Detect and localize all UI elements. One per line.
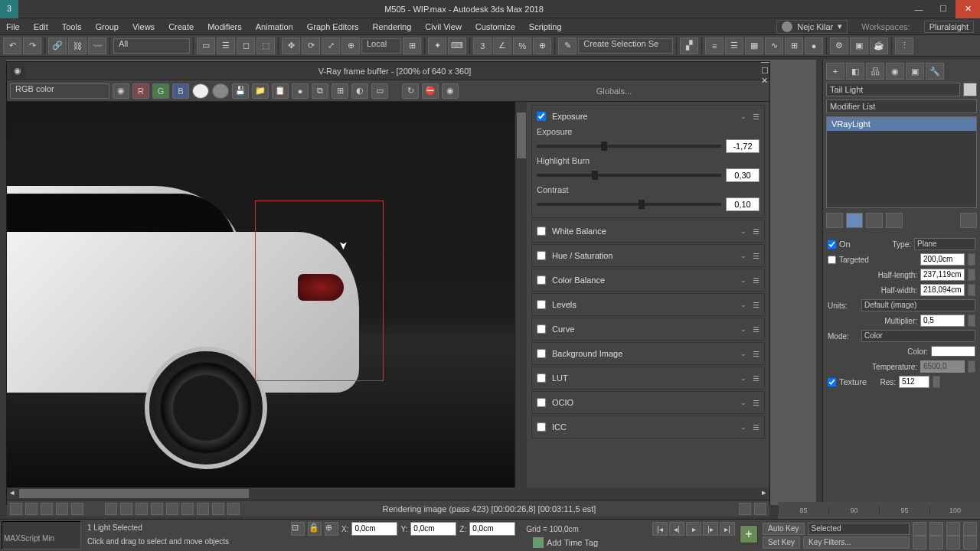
selection-lock-button[interactable]: ⊡ xyxy=(291,522,305,536)
highlight-burn-slider[interactable] xyxy=(537,174,721,177)
cc-lut-checkbox[interactable] xyxy=(537,373,546,383)
vfb-close-button[interactable]: ✕ xyxy=(761,76,769,86)
material-editor-button[interactable]: ● xyxy=(805,37,823,54)
cc-white-balance-checkbox[interactable] xyxy=(537,227,546,236)
vfb-status-icon[interactable] xyxy=(41,503,53,515)
menu-views[interactable]: Views xyxy=(132,22,155,31)
vfb-render-last-button[interactable]: ◉ xyxy=(442,83,459,99)
render-region-rectangle[interactable] xyxy=(255,201,384,381)
nav-icon[interactable] xyxy=(963,536,977,549)
menu-icon[interactable]: ☰ xyxy=(753,301,760,309)
pin-stack-button[interactable] xyxy=(826,213,843,228)
minimize-button[interactable]: — xyxy=(906,0,931,18)
curve-editor-button[interactable]: ∿ xyxy=(765,37,783,54)
collapse-icon[interactable]: ⌄ xyxy=(740,350,746,357)
x-coord-field[interactable]: 0,0cm xyxy=(351,522,397,536)
window-crossing-button[interactable]: ⬚ xyxy=(256,37,275,54)
cc-exposure-checkbox[interactable] xyxy=(537,112,546,121)
named-selection-sets[interactable]: Create Selection Se xyxy=(578,38,673,54)
bind-button[interactable]: 〰 xyxy=(88,37,106,54)
vfb-channel-select[interactable]: RGB color xyxy=(10,83,109,99)
half-width-value[interactable]: 218,094cm xyxy=(920,284,965,296)
menu-icon[interactable]: ☰ xyxy=(753,325,760,334)
isolate-selection-button[interactable]: + xyxy=(740,525,758,543)
collapse-icon[interactable]: ⌄ xyxy=(740,252,746,259)
scrollbar-thumb[interactable] xyxy=(19,489,249,498)
rectangular-selection-button[interactable]: ◻ xyxy=(237,37,255,54)
align-button[interactable]: ≡ xyxy=(705,37,724,54)
vfb-status-icon[interactable] xyxy=(151,503,163,515)
close-button[interactable]: ✕ xyxy=(956,0,980,18)
vfb-status-icon[interactable] xyxy=(25,503,38,515)
collapse-icon[interactable]: ⌄ xyxy=(740,399,746,406)
menu-edit[interactable]: Edit xyxy=(34,22,48,31)
set-key-button[interactable]: Set Key xyxy=(763,536,800,549)
vfb-status-icon[interactable] xyxy=(754,503,766,515)
vfb-vertical-scrollbar[interactable] xyxy=(514,102,527,487)
select-manipulate-button[interactable]: ✦ xyxy=(428,37,446,54)
collapse-icon[interactable]: ⌄ xyxy=(740,276,746,284)
spinner-icon[interactable] xyxy=(968,269,975,281)
vfb-status-icon[interactable] xyxy=(105,503,117,515)
vfb-clear-button[interactable]: ● xyxy=(292,83,309,99)
menu-tools[interactable]: Tools xyxy=(62,22,82,31)
res-value[interactable]: 512 xyxy=(899,376,929,388)
cc-levels-checkbox[interactable] xyxy=(537,300,546,309)
exposure-value[interactable]: -1,72 xyxy=(726,139,760,153)
angle-snap-button[interactable]: ∠ xyxy=(493,37,511,54)
vfb-load-button[interactable]: 📁 xyxy=(252,83,269,99)
units-dropdown[interactable]: Default (image) xyxy=(861,299,975,311)
vfb-status-icon[interactable] xyxy=(120,503,132,515)
spinner-icon[interactable] xyxy=(968,253,975,266)
nav-icon[interactable] xyxy=(963,522,977,536)
collapse-icon[interactable]: ⌄ xyxy=(740,374,746,382)
render-setup-button[interactable]: ⚙ xyxy=(830,37,848,54)
on-checkbox[interactable] xyxy=(828,240,836,249)
selection-filter[interactable]: All xyxy=(113,38,190,54)
vfb-region-button[interactable]: ⊞ xyxy=(332,83,348,99)
vfb-status-icon[interactable] xyxy=(227,503,240,515)
utilities-tab[interactable]: 🔧 xyxy=(926,63,944,80)
vfb-titlebar[interactable]: ◉ V-Ray frame buffer - [200% of 640 x 36… xyxy=(7,62,769,80)
cc-curve-checkbox[interactable] xyxy=(537,324,546,334)
spinner-icon[interactable] xyxy=(968,315,975,327)
vfb-alpha-button[interactable] xyxy=(212,83,229,99)
edit-named-selection-button[interactable]: ✎ xyxy=(558,37,577,54)
show-end-result-button[interactable] xyxy=(846,213,863,228)
cc-background-image-checkbox[interactable] xyxy=(537,349,546,358)
time-tag[interactable]: Add Time Tag xyxy=(533,536,598,549)
collapse-icon[interactable]: ⌄ xyxy=(740,325,746,333)
cc-hue-saturation-checkbox[interactable] xyxy=(537,251,546,260)
key-filters-button[interactable]: Key Filters... xyxy=(803,536,910,549)
use-pivot-center-button[interactable]: ⊞ xyxy=(403,37,421,54)
object-color-swatch[interactable] xyxy=(963,83,977,96)
menu-rendering[interactable]: Rendering xyxy=(373,22,412,31)
spinner-icon[interactable] xyxy=(968,284,975,296)
cc-icc-checkbox[interactable] xyxy=(537,422,546,432)
key-mode-select[interactable]: Selected xyxy=(808,523,910,535)
vfb-horizontal-scrollbar[interactable]: ◂ ▸ xyxy=(7,487,769,500)
collapse-icon[interactable]: ⌄ xyxy=(740,301,746,308)
scrollbar-thumb[interactable] xyxy=(517,112,526,158)
vfb-save-button[interactable]: 💾 xyxy=(232,83,249,99)
collapse-icon[interactable]: ⌄ xyxy=(740,227,746,235)
lock-icon[interactable]: 🔒 xyxy=(308,522,322,536)
vfb-red-channel-button[interactable]: R xyxy=(132,83,149,99)
menu-icon[interactable]: ☰ xyxy=(753,112,760,121)
type-dropdown[interactable]: Plane xyxy=(914,238,975,250)
workspace-select[interactable]: Pluralsight xyxy=(924,21,974,33)
placement-button[interactable]: ⊕ xyxy=(341,37,360,54)
maxscript-listener[interactable]: MAXScript Min xyxy=(2,521,81,549)
mirror-button[interactable]: ▞ xyxy=(680,37,698,54)
vfb-blue-channel-button[interactable]: B xyxy=(172,83,189,99)
menu-icon[interactable]: ☰ xyxy=(753,227,760,236)
vfb-track-mouse-button[interactable]: ◐ xyxy=(351,83,368,99)
menu-icon[interactable]: ☰ xyxy=(753,252,760,260)
vfb-clipboard-button[interactable]: 📋 xyxy=(272,83,289,99)
make-unique-button[interactable] xyxy=(866,213,883,228)
vfb-green-channel-button[interactable]: G xyxy=(152,83,169,99)
keyboard-shortcut-button[interactable]: ⌨ xyxy=(448,37,466,54)
rotate-button[interactable]: ⟳ xyxy=(302,37,320,54)
vfb-status-icon[interactable] xyxy=(56,503,68,515)
spinner-icon[interactable] xyxy=(933,376,940,388)
